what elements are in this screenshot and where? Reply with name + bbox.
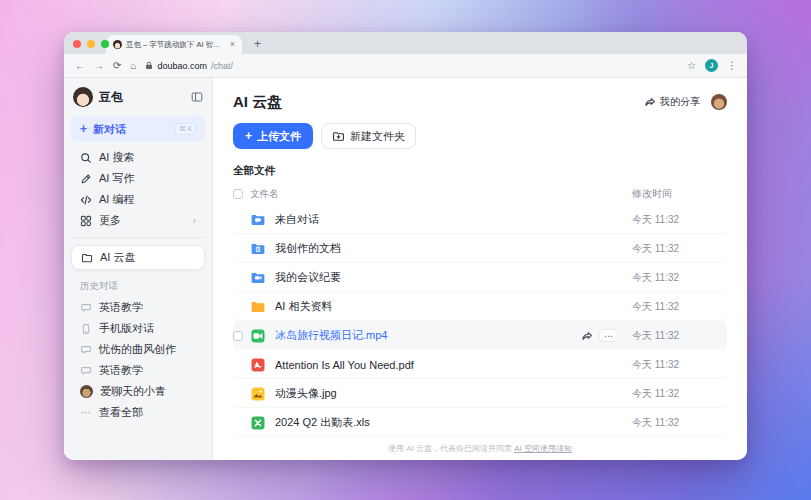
my-share-label: 我的分享	[660, 95, 700, 109]
history-item-label: 爱聊天的小青	[100, 384, 166, 399]
history-section-title: 历史对话	[80, 280, 196, 293]
plus-icon: +	[245, 130, 252, 142]
row-actions: ⋯	[581, 329, 618, 342]
phone-icon	[80, 323, 92, 335]
minimize-window-button[interactable]	[87, 40, 95, 48]
folder-icon	[250, 299, 266, 315]
file-name: 动漫头像.jpg	[275, 386, 632, 401]
browser-toolbar: ← → ⟳ ⌂ doubao.com/chat/ ☆ J ⋮	[64, 54, 747, 78]
history-item[interactable]: 英语教学	[71, 360, 205, 381]
file-time: 今天 11:32	[632, 300, 727, 314]
file-time: 今天 11:32	[632, 242, 727, 256]
name-column-header: 文件名	[250, 188, 632, 201]
chevron-right-icon: ›	[193, 216, 196, 226]
more-actions-button[interactable]: ⋯	[599, 329, 618, 342]
view-all-button[interactable]: ⋯ 查看全部	[71, 402, 205, 423]
file-row[interactable]: Attention Is All You Need.pdf 今天 11:32	[233, 350, 727, 379]
drive-section: AI 云盘	[71, 237, 205, 270]
plus-icon: +	[80, 123, 87, 135]
new-tab-button[interactable]: +	[254, 38, 261, 50]
file-time: 今天 11:32	[632, 387, 727, 401]
drive-main-panel: AI 云盘 我的分享 + 上传文件 新建文件夹	[213, 78, 747, 460]
image-file-icon	[250, 386, 266, 402]
upload-file-label: 上传文件	[257, 129, 301, 144]
file-name: 来自对话	[275, 212, 632, 227]
file-name: 冰岛旅行视频日记.mp4	[275, 328, 581, 343]
home-icon[interactable]: ⌂	[130, 61, 136, 71]
sidebar-item-label: 更多	[99, 213, 121, 228]
browser-window: 豆包 – 字节跳动旗下 AI 智能助手 × + ← → ⟳ ⌂ doubao.c…	[64, 32, 747, 460]
file-row[interactable]: 动漫头像.jpg 今天 11:32	[233, 379, 727, 408]
share-file-icon[interactable]	[581, 330, 593, 342]
sidebar: 豆包 + 新对话 ⌘ K AI 搜索 AI 写作	[64, 78, 213, 460]
excel-file-icon	[250, 415, 266, 431]
row-checkbox[interactable]	[233, 331, 243, 341]
terms-footer: 使用 AI 云盘，代表你已阅读并同意 AI 空间使用须知	[213, 443, 747, 454]
history-item[interactable]: 手机版对话	[71, 318, 205, 339]
lock-icon	[145, 61, 153, 70]
file-time: 今天 11:32	[632, 329, 727, 343]
user-avatar[interactable]	[711, 94, 727, 110]
forward-icon[interactable]: →	[94, 61, 104, 71]
address-bar[interactable]: doubao.com/chat/	[145, 61, 678, 71]
actions-toolbar: + 上传文件 新建文件夹	[233, 123, 727, 149]
file-row[interactable]: 2024 Q2 出勤表.xls 今天 11:32	[233, 408, 727, 437]
pen-icon	[80, 173, 92, 185]
pdf-file-icon	[250, 357, 266, 373]
file-table-header: 文件名 修改时间	[233, 183, 727, 205]
sidebar-item-ai-search[interactable]: AI 搜索	[71, 147, 205, 168]
browser-tab[interactable]: 豆包 – 字节跳动旗下 AI 智能助手 ×	[106, 35, 242, 54]
history-item-label: 英语教学	[99, 300, 143, 315]
chat-bubble-icon	[80, 302, 92, 314]
video-file-icon	[250, 328, 266, 344]
select-all-checkbox[interactable]	[233, 189, 243, 199]
section-title: 全部文件	[233, 164, 727, 178]
new-folder-button[interactable]: 新建文件夹	[321, 123, 416, 149]
upload-file-button[interactable]: + 上传文件	[233, 123, 313, 149]
folder-plus-icon	[332, 130, 345, 143]
new-folder-label: 新建文件夹	[350, 129, 405, 144]
file-row[interactable]: 我的会议纪要 今天 11:32	[233, 263, 727, 292]
sidebar-item-label: AI 搜索	[99, 150, 134, 165]
history-item[interactable]: 爱聊天的小青	[71, 381, 205, 402]
sidebar-item-ai-coding[interactable]: AI 编程	[71, 189, 205, 210]
history-item[interactable]: 英语教学	[71, 297, 205, 318]
file-row[interactable]: AI 相关资料 今天 11:32	[233, 292, 727, 321]
tab-title: 豆包 – 字节跳动旗下 AI 智能助手	[126, 40, 226, 50]
folder-chat-icon	[250, 212, 266, 228]
file-name: 我创作的文档	[275, 241, 632, 256]
tab-close-icon[interactable]: ×	[230, 40, 235, 49]
sidebar-item-ai-writing[interactable]: AI 写作	[71, 168, 205, 189]
back-icon[interactable]: ←	[75, 61, 85, 71]
drive-folder-icon	[81, 252, 93, 264]
bookmark-star-icon[interactable]: ☆	[687, 60, 696, 71]
file-name: Attention Is All You Need.pdf	[275, 359, 632, 371]
file-name: 我的会议纪要	[275, 270, 632, 285]
file-row[interactable]: 来自对话 今天 11:32	[233, 205, 727, 234]
file-time: 今天 11:32	[632, 213, 727, 227]
close-window-button[interactable]	[73, 40, 81, 48]
sidebar-item-ai-drive[interactable]: AI 云盘	[71, 245, 205, 270]
drive-header: AI 云盘 我的分享	[233, 91, 727, 113]
file-time: 今天 11:32	[632, 358, 727, 372]
file-time: 今天 11:32	[632, 271, 727, 285]
file-row[interactable]: 我创作的文档 今天 11:32	[233, 234, 727, 263]
view-all-label: 查看全部	[99, 405, 143, 420]
new-chat-shortcut-badge: ⌘ K	[175, 123, 196, 135]
my-share-button[interactable]: 我的分享	[644, 95, 700, 109]
file-row-selected[interactable]: 冰岛旅行视频日记.mp4 ⋯ 今天 11:32	[233, 321, 727, 350]
sidebar-item-more[interactable]: 更多 ›	[71, 210, 205, 231]
url-host: doubao.com	[157, 61, 207, 71]
page-title: AI 云盘	[233, 93, 644, 112]
browser-profile-avatar[interactable]: J	[705, 59, 718, 72]
new-chat-button[interactable]: + 新对话 ⌘ K	[71, 116, 205, 142]
collapse-sidebar-icon[interactable]	[191, 91, 203, 103]
terms-link[interactable]: AI 空间使用须知	[514, 444, 572, 453]
window-controls	[73, 40, 109, 48]
refresh-icon[interactable]: ⟳	[113, 61, 121, 71]
history-item[interactable]: 忧伤的曲风创作	[71, 339, 205, 360]
browser-menu-icon[interactable]: ⋮	[727, 60, 736, 71]
share-icon	[644, 96, 656, 108]
sidebar-item-label: AI 编程	[99, 192, 134, 207]
maximize-window-button[interactable]	[101, 40, 109, 48]
